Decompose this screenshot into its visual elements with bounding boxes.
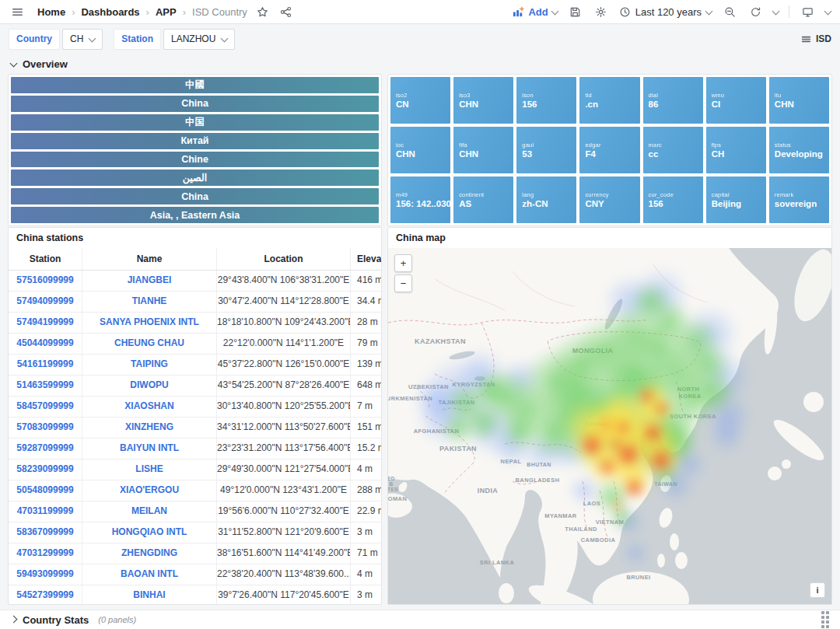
panel-title[interactable]: China map — [388, 228, 831, 248]
station-id-link[interactable]: 51463599999 — [9, 376, 82, 396]
stat-tile-label: ison — [522, 92, 576, 99]
table-header-row: Station Name Location Elevation — [9, 248, 381, 271]
stat-tile: edgar F4 — [579, 127, 639, 173]
map-zoom-out-button[interactable]: − — [394, 274, 412, 292]
column-header-name[interactable]: Name — [82, 248, 217, 270]
station-filter-label: Station — [114, 29, 161, 50]
heatmap-blob — [611, 498, 625, 512]
column-header-elevation[interactable]: Elevation — [351, 248, 381, 270]
geomap[interactable]: KAZAKHSTANMONGOLIAUZBEKISTANKYRGYZSTANTU… — [388, 248, 831, 604]
station-elevation: 139 m — [351, 355, 381, 375]
country-stats-toggle[interactable]: Country Stats (0 panels) — [11, 614, 136, 626]
map-zoom-in-button[interactable]: + — [394, 254, 412, 272]
time-range-picker[interactable]: Last 120 years — [619, 6, 712, 18]
breadcrumb-app[interactable]: APP — [156, 6, 177, 18]
station-filter-value: LANZHOU — [171, 33, 215, 44]
breadcrumb-dashboards[interactable]: Dashboards — [81, 6, 139, 18]
station-name-link[interactable]: XIAO'ERGOU — [82, 480, 217, 501]
station-id-link[interactable]: 57083099999 — [9, 418, 82, 438]
stat-tile-label: capital — [712, 191, 766, 198]
heatmap-blob — [642, 391, 653, 402]
station-id-link[interactable]: 54527399999 — [9, 585, 82, 604]
station-location: 29°43'8.400"N 106°38'31.200"E — [217, 271, 351, 291]
station-id-link[interactable]: 58367099999 — [9, 522, 82, 543]
star-icon[interactable] — [255, 4, 271, 19]
station-name-link[interactable]: TIANHE — [82, 292, 217, 312]
stat-tile-label: fips — [712, 142, 766, 149]
station-name-link[interactable]: DIWOPU — [82, 376, 217, 396]
panel-title[interactable]: China stations — [9, 228, 381, 248]
station-elevation: 648 m — [351, 376, 381, 396]
heatmap-blob — [601, 461, 614, 473]
station-name-link[interactable]: XIAOSHAN — [82, 397, 217, 417]
station-id-link[interactable]: 57494099999 — [9, 292, 82, 312]
stat-tile-label: cur_code — [649, 191, 703, 198]
station-name-link[interactable]: BAIYUN INTL — [82, 439, 217, 459]
station-name-link[interactable]: SANYA PHOENIX INTL — [82, 313, 217, 333]
heatmap-blob — [646, 425, 661, 441]
country-filter-value: CH — [70, 33, 83, 44]
station-id-link[interactable]: 57494199999 — [9, 313, 82, 333]
stat-tile: m49 156: 142..030 — [390, 176, 450, 223]
station-filter-dropdown[interactable]: LANZHOU — [163, 29, 235, 50]
add-button[interactable]: Add — [513, 6, 557, 18]
station-id-link[interactable]: 54161199999 — [9, 355, 82, 375]
column-header-station[interactable]: Station — [9, 248, 82, 270]
station-name-link[interactable]: LISHE — [82, 460, 217, 480]
station-location: 19°56'6.000"N 110°27'32.400"E — [217, 501, 351, 522]
stat-tile-label: fifa — [459, 142, 513, 149]
station-name-link[interactable]: ZHENGDING — [82, 543, 217, 564]
time-range-label: Last 120 years — [635, 6, 702, 18]
kiosk-mode-icon[interactable] — [800, 4, 815, 19]
station-name-link[interactable]: MEILAN — [82, 501, 217, 522]
table-row: 57516099999 JIANGBEI 29°43'8.400"N 106°3… — [9, 271, 381, 292]
share-icon[interactable] — [278, 4, 294, 19]
zoom-out-time-icon[interactable] — [722, 4, 737, 19]
station-name-link[interactable]: BAOAN INTL — [82, 564, 217, 585]
station-id-link[interactable]: 59287099999 — [9, 439, 82, 459]
country-filter-dropdown[interactable]: CH — [62, 29, 103, 50]
row-drag-handle[interactable] — [821, 611, 829, 628]
station-name-link[interactable]: BINHAI — [82, 585, 217, 604]
country-codes-panel: iso2 CN iso3 CHN ison 156 tld .cn dial 8… — [387, 74, 832, 226]
station-name-link[interactable]: JIANGBEI — [82, 271, 217, 291]
stat-tile-value: 86 — [649, 100, 703, 109]
isd-links-button[interactable]: ISD — [801, 33, 831, 44]
overview-section-toggle[interactable]: Overview — [0, 54, 840, 75]
station-id-link[interactable]: 50548099999 — [9, 480, 82, 501]
stat-tile: status Developing — [769, 127, 829, 173]
kiosk-dropdown[interactable] — [824, 7, 832, 15]
station-id-link[interactable]: 45044099999 — [9, 334, 82, 354]
station-name-link[interactable]: CHEUNG CHAU — [82, 334, 217, 354]
top-navbar: Home › Dashboards › APP › ISD Country Ad… — [0, 0, 840, 24]
column-header-location[interactable]: Location — [217, 248, 351, 270]
breadcrumb-separator: › — [72, 6, 75, 18]
country-stats-title: Country Stats — [23, 614, 89, 626]
station-name-link[interactable]: XINZHENG — [82, 418, 217, 438]
station-location: 29°49'30.000"N 121°27'54.000"E — [217, 460, 351, 480]
map-attribution-button[interactable]: i — [810, 582, 825, 598]
stat-tile-label: remark — [775, 191, 829, 198]
station-location: 18°18'10.800"N 109°24'43.200"E — [217, 313, 351, 333]
station-id-link[interactable]: 58457099999 — [9, 397, 82, 417]
station-id-link[interactable]: 58239099999 — [9, 460, 82, 480]
station-id-link[interactable]: 47031199999 — [9, 501, 82, 522]
station-name-link[interactable]: TAIPING — [82, 355, 217, 375]
refresh-interval-dropdown[interactable] — [772, 7, 780, 15]
dashboard-controls: Country CH Station LANZHOU ISD — [0, 24, 840, 54]
heatmap-blob — [441, 411, 475, 446]
menu-toggle-icon[interactable] — [9, 4, 25, 19]
station-id-link[interactable]: 57516099999 — [9, 271, 82, 291]
chevron-down-icon — [551, 7, 558, 15]
refresh-icon[interactable] — [747, 4, 763, 19]
stat-tile-label: status — [775, 142, 829, 149]
station-elevation: 288 m — [351, 480, 381, 501]
breadcrumb-home[interactable]: Home — [37, 6, 65, 18]
save-dashboard-icon[interactable] — [568, 4, 583, 19]
station-id-link[interactable]: 47031299999 — [9, 543, 82, 564]
dashboard-settings-icon[interactable] — [593, 4, 609, 19]
station-id-link[interactable]: 59493099999 — [9, 564, 82, 585]
station-name-link[interactable]: HONGQIAO INTL — [82, 522, 217, 543]
stat-tile-value: Beijing — [712, 199, 766, 208]
heatmap-blob — [652, 452, 670, 470]
